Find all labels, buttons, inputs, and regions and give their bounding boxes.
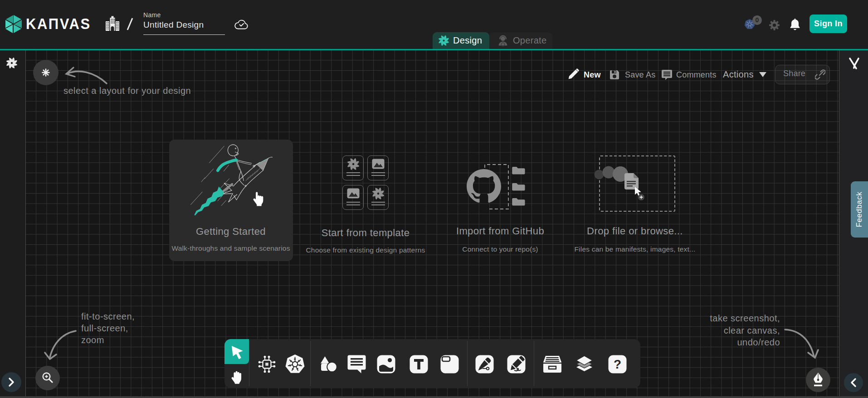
- svg-text:?: ?: [614, 357, 621, 371]
